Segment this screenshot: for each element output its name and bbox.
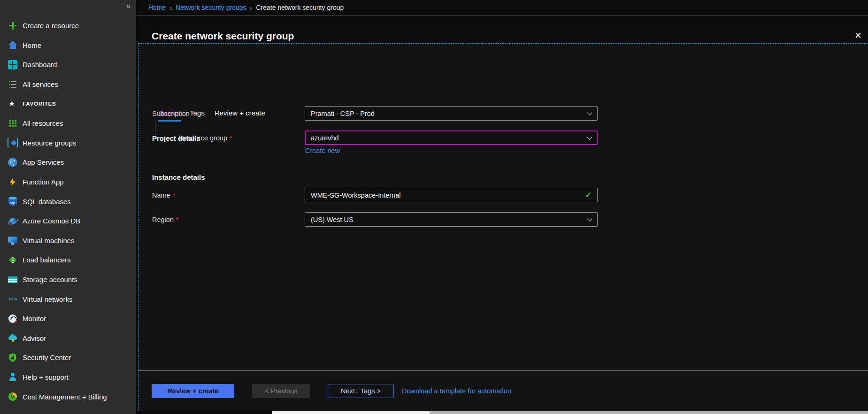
sidebar-item-label: Azure Cosmos DB xyxy=(23,217,80,225)
sidebar-collapse-icon[interactable]: « xyxy=(126,2,131,10)
chevron-down-icon xyxy=(587,216,592,221)
sidebar-item-label: Security Center xyxy=(23,353,71,361)
sidebar-item-sql-databases[interactable]: SQL databases xyxy=(0,192,136,211)
sidebar-item-all-resources[interactable]: All resources xyxy=(0,114,136,133)
cube-brackets-icon xyxy=(8,138,18,148)
dashboard-icon xyxy=(8,60,17,69)
sidebar-item-function-app[interactable]: Function App xyxy=(0,172,136,192)
star-icon xyxy=(8,99,18,109)
name-label: Name* xyxy=(152,192,305,199)
sidebar-item-label: Advisor xyxy=(23,334,46,342)
name-label-text: Name xyxy=(152,192,170,199)
sidebar-item-label: Home xyxy=(23,41,41,49)
sidebar-item-label: Monitor xyxy=(23,314,46,322)
sidebar-item-azure-cosmos-db[interactable]: Azure Cosmos DB xyxy=(0,211,136,231)
sidebar-item-storage-accounts[interactable]: Storage accounts xyxy=(0,270,136,290)
subscription-select[interactable]: Pramati - CSP - Prod xyxy=(305,106,598,121)
previous-button[interactable]: < Previous xyxy=(252,384,310,398)
create-nsg-panel: Basics Tags Review + create Project deta… xyxy=(138,43,868,411)
sidebar-item-load-balancers[interactable]: Load balancers xyxy=(0,250,136,270)
region-label: Region* xyxy=(152,216,305,223)
stacked-bars-icon xyxy=(8,275,18,285)
sidebar-item-virtual-machines[interactable]: Virtual machines xyxy=(0,231,136,251)
resource-group-label-text: Resource group xyxy=(179,134,227,142)
sidebar: « Create a resource Home Dashboard All s… xyxy=(0,0,136,414)
next-tags-button[interactable]: Next : Tags > xyxy=(328,384,394,398)
footer-divider xyxy=(138,370,868,371)
required-asterisk: * xyxy=(230,134,232,142)
footer-actions: Review + create < Previous Next : Tags >… xyxy=(152,384,511,398)
subscription-label-text: Subscription xyxy=(152,110,190,117)
sidebar-section-label: FAVORITES xyxy=(23,101,56,107)
person-icon xyxy=(8,372,18,382)
globe-icon xyxy=(8,158,17,167)
sidebar-item-label: Create a resource xyxy=(23,22,79,30)
sidebar-item-home[interactable]: Home xyxy=(0,36,136,55)
name-input[interactable] xyxy=(311,192,585,199)
chevron-right-icon: › xyxy=(169,4,172,12)
sidebar-section-favorites[interactable]: FAVORITES xyxy=(0,94,136,114)
chevron-down-icon xyxy=(587,110,592,115)
main-region: Home › Network security groups › Create … xyxy=(136,0,868,414)
network-brackets-icon xyxy=(8,294,18,304)
database-icon xyxy=(8,197,17,206)
donut-dollar-icon xyxy=(8,391,18,402)
sidebar-item-label: Virtual networks xyxy=(23,295,72,303)
resource-group-row: Resource group* azurevhd xyxy=(152,130,598,145)
name-row: Name* ✓ xyxy=(152,188,598,202)
sidebar-item-cost-management-billing[interactable]: Cost Management + Billing xyxy=(0,387,136,406)
close-icon[interactable]: ✕ xyxy=(854,30,862,41)
review-create-button[interactable]: Review + create xyxy=(152,384,234,398)
subscription-row: Subscription* Pramati - CSP - Prod xyxy=(152,106,598,121)
region-value: (US) West US xyxy=(311,216,353,223)
resource-group-value: azurevhd xyxy=(311,134,339,142)
breadcrumb: Home › Network security groups › Create … xyxy=(136,0,868,15)
horizontal-scrollbar-thumb[interactable] xyxy=(272,411,430,414)
sidebar-item-app-services[interactable]: App Services xyxy=(0,153,136,172)
sidebar-item-label: All resources xyxy=(23,119,63,127)
region-select[interactable]: (US) West US xyxy=(305,212,598,227)
subscription-label: Subscription* xyxy=(152,110,305,117)
sidebar-item-label: Virtual machines xyxy=(23,237,75,245)
instance-details-heading: Instance details xyxy=(152,173,205,181)
grid-icon xyxy=(8,118,18,129)
sidebar-item-label: App Services xyxy=(23,158,64,166)
azure-portal-window: « Create a resource Home Dashboard All s… xyxy=(0,0,868,414)
sidebar-item-label: All services xyxy=(23,80,58,88)
sidebar-item-label: Dashboard xyxy=(23,61,57,69)
sidebar-item-create-a-resource[interactable]: Create a resource xyxy=(0,16,136,36)
shield-lock-icon xyxy=(8,353,18,363)
sidebar-item-security-center[interactable]: Security Center xyxy=(0,348,136,368)
required-asterisk: * xyxy=(176,216,178,223)
sidebar-item-virtual-networks[interactable]: Virtual networks xyxy=(0,289,136,309)
resource-group-select[interactable]: azurevhd xyxy=(305,130,598,145)
valid-check-icon: ✓ xyxy=(585,191,591,199)
create-new-link[interactable]: Create new xyxy=(305,147,340,154)
sidebar-item-resource-groups[interactable]: Resource groups xyxy=(0,133,136,153)
breadcrumb-current: Create network security group xyxy=(256,4,344,11)
sidebar-nav: Create a resource Home Dashboard All ser… xyxy=(0,16,136,406)
download-template-link[interactable]: Download a template for automation xyxy=(402,387,511,395)
sidebar-item-dashboard[interactable]: Dashboard xyxy=(0,55,136,75)
sidebar-item-label: Storage accounts xyxy=(23,276,77,284)
sidebar-item-help-support[interactable]: Help + support xyxy=(0,368,136,387)
breadcrumb-home-link[interactable]: Home xyxy=(148,4,166,11)
chevron-down-icon xyxy=(587,134,592,139)
sidebar-item-label: Help + support xyxy=(23,373,69,381)
horizontal-scrollbar[interactable] xyxy=(272,411,868,414)
home-icon xyxy=(8,40,18,50)
list-icon xyxy=(8,79,18,90)
lightning-icon xyxy=(8,177,18,187)
sidebar-item-monitor[interactable]: Monitor xyxy=(0,309,136,329)
breadcrumb-nsg-link[interactable]: Network security groups xyxy=(176,4,246,11)
sidebar-item-advisor[interactable]: Advisor xyxy=(0,329,136,348)
sidebar-item-label: Resource groups xyxy=(23,139,76,147)
resource-group-label: Resource group* xyxy=(152,134,305,142)
sidebar-item-label: SQL databases xyxy=(23,198,71,206)
plus-icon xyxy=(8,21,18,31)
monitor-screen-icon xyxy=(8,235,18,245)
subscription-value: Pramati - CSP - Prod xyxy=(311,110,375,117)
sidebar-item-label: Function App xyxy=(23,178,64,186)
region-row: Region* (US) West US xyxy=(152,212,598,227)
sidebar-item-all-services[interactable]: All services xyxy=(0,75,136,94)
